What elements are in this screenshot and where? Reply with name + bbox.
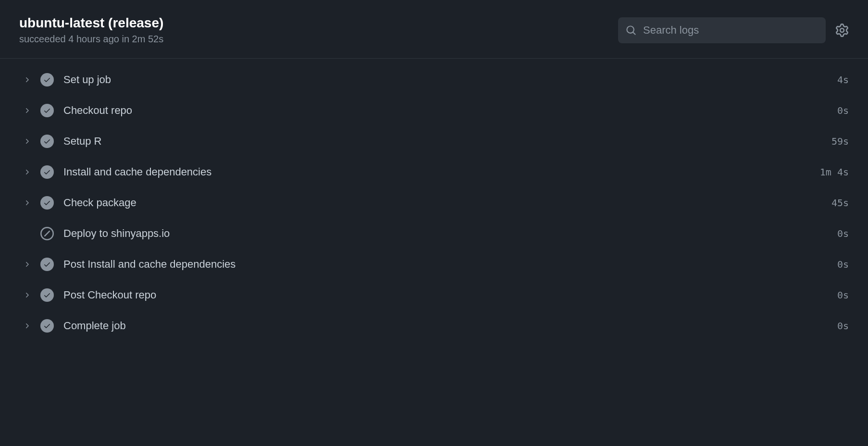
check-circle-icon [40,135,54,148]
search-container [618,17,826,43]
step-name: Post Install and cache dependencies [63,258,837,271]
chevron-right-icon[interactable] [19,137,35,145]
step-name: Deploy to shinyapps.io [63,227,837,240]
step-row[interactable]: Check package45s [19,187,849,218]
step-row[interactable]: Setup R59s [19,126,849,157]
check-circle-icon [40,288,54,302]
step-duration: 0s [837,228,849,239]
step-duration: 4s [837,74,849,86]
step-row[interactable]: Install and cache dependencies1m 4s [19,157,849,187]
gear-icon[interactable] [835,24,849,37]
search-input[interactable] [618,17,826,43]
step-row[interactable]: Post Checkout repo0s [19,280,849,310]
header-right [618,17,849,43]
step-name: Set up job [63,74,837,86]
chevron-right-icon[interactable] [19,199,35,207]
chevron-right-icon[interactable] [19,168,35,176]
chevron-right-icon[interactable] [19,291,35,299]
header-left: ubuntu-latest (release) succeeded 4 hour… [19,15,163,45]
chevron-right-icon[interactable] [19,76,35,84]
chevron-right-icon[interactable] [19,260,35,268]
job-subtitle: succeeded 4 hours ago in 2m 52s [19,34,163,45]
search-icon [626,25,636,36]
check-circle-icon [40,104,54,117]
steps-list: Set up job4sCheckout repo0sSetup R59sIns… [0,59,868,347]
step-duration: 0s [837,289,849,301]
check-circle-icon [40,196,54,210]
skip-icon [40,227,54,240]
job-header: ubuntu-latest (release) succeeded 4 hour… [0,0,868,59]
check-circle-icon [40,258,54,271]
step-row[interactable]: Post Install and cache dependencies0s [19,249,849,280]
job-title: ubuntu-latest (release) [19,15,163,31]
step-row[interactable]: Checkout repo0s [19,95,849,126]
check-circle-icon [40,319,54,333]
step-duration: 0s [837,259,849,270]
step-duration: 0s [837,105,849,116]
step-name: Setup R [63,135,831,148]
step-name: Install and cache dependencies [63,166,820,178]
step-duration: 45s [831,197,849,209]
check-circle-icon [40,73,54,87]
step-row[interactable]: Complete job0s [19,310,849,341]
chevron-right-icon[interactable] [19,322,35,330]
step-duration: 59s [831,136,849,147]
step-name: Checkout repo [63,104,837,117]
step-row[interactable]: Set up job4s [19,64,849,95]
chevron-right-icon[interactable] [19,107,35,114]
step-name: Check package [63,197,831,209]
step-row[interactable]: Deploy to shinyapps.io0s [19,218,849,249]
step-duration: 0s [837,320,849,332]
step-name: Complete job [63,320,837,332]
step-duration: 1m 4s [820,166,849,178]
step-name: Post Checkout repo [63,289,837,301]
check-circle-icon [40,165,54,179]
